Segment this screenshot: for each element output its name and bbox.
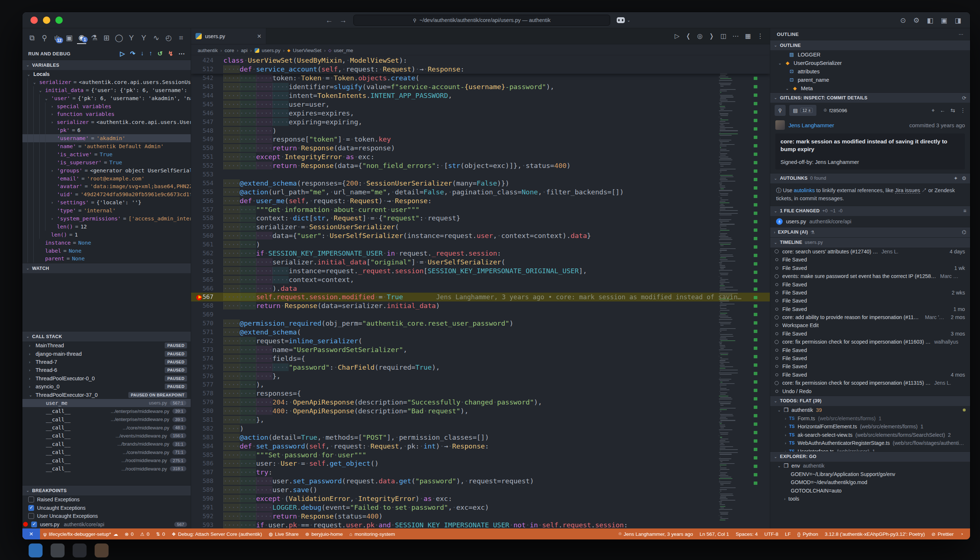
refresh-icon[interactable]: ⟳ <box>962 95 967 101</box>
eol-item[interactable]: LF <box>782 528 794 540</box>
commit-search-chip[interactable]: ⚲ <box>775 105 786 116</box>
code-area[interactable]: 542············token:·Token·=·Token.obje… <box>191 74 770 528</box>
code-line[interactable]: 573············name="UserPasswordSetSeri… <box>191 345 770 354</box>
call-stack-frame[interactable]: __call__.../core/middleware.py71:1 <box>22 448 191 456</box>
breadcrumb-item[interactable]: core <box>225 48 234 53</box>
editor-layout-icon[interactable]: ▦ <box>745 32 751 40</box>
outline-item[interactable]: ⊡parent_name <box>770 75 970 84</box>
variable-row[interactable]: 'is_superuser'=True <box>22 158 191 167</box>
breadcrumb-item[interactable]: user_me <box>334 48 353 53</box>
zoom-window-button[interactable] <box>55 17 63 24</box>
variable-row[interactable]: len()=1 <box>22 231 191 239</box>
call-stack-frame[interactable]: __call__.../core/middleware.py48:1 <box>22 423 191 432</box>
disconnect-icon[interactable]: ↯ <box>168 50 173 58</box>
pin-icon[interactable]: ⌖ <box>932 107 935 114</box>
run-and-debug-icon[interactable]: ◉1 <box>77 32 86 44</box>
variable-row[interactable]: ⌄serializer=<authentik.core.api.users.Se… <box>22 78 191 86</box>
variable-row[interactable]: ›special variables <box>22 102 191 110</box>
jira-issues-link[interactable]: Jira issues <box>895 187 920 193</box>
outline-item[interactable]: ⌄◆UserGroupSerializer <box>770 59 970 67</box>
code-line[interactable]: 580············400:·OpenApiResponse(desc… <box>191 407 770 415</box>
breakpoint-checkbox[interactable] <box>31 522 37 527</box>
nav-forward-icon[interactable]: → <box>340 16 347 25</box>
code-line[interactable]: 569 <box>191 310 770 319</box>
notifications-bell-icon[interactable]: ◔ <box>957 528 967 540</box>
call-stack-thread[interactable]: ⌄ThreadPoolExecutor-37_0PAUSED ON BREAKP… <box>22 390 191 398</box>
variable-row[interactable]: ›serializer=<authentik.core.api.users.Us… <box>22 118 191 126</box>
code-line[interactable]: 565················context=context, <box>191 275 770 284</box>
explorer-icon[interactable]: ⧉ <box>28 32 37 44</box>
run-python-file-icon[interactable]: ▷ <box>675 32 679 40</box>
variable-row[interactable]: 'pk'=6 <box>22 126 191 134</box>
code-line[interactable]: 557········"""Get·information·about·curr… <box>191 205 770 214</box>
code-line[interactable]: 586········user:·User·=·self.get_object(… <box>191 459 770 468</box>
call-stack-thread[interactable]: ›MainThreadPAUSED <box>22 342 191 350</box>
breakpoint-row[interactable]: User Uncaught Exceptions <box>22 512 191 520</box>
ports-item[interactable]: ⇅0 <box>153 528 168 540</box>
view-as-tree-icon[interactable]: ≡ <box>963 208 967 214</box>
timeline-section-header[interactable]: ⌄ TIMELINE users.py <box>770 237 970 248</box>
code-line[interactable]: 561········) <box>191 240 770 249</box>
todos-file-row[interactable]: ›TSForm.ts(web/src/elements/forms)1 <box>770 414 970 422</box>
live-share-icon[interactable]: ∿ <box>152 32 161 44</box>
code-line[interactable]: 563············serializer.initial_data["… <box>191 257 770 266</box>
variable-row[interactable]: 'username'='akadmin' <box>22 134 191 142</box>
encoding-item[interactable]: UTF-8 <box>761 528 782 540</box>
code-line[interactable]: 553 <box>191 170 770 179</box>
github-icon[interactable]: ◯ <box>115 32 123 44</box>
variable-row[interactable]: 'avatar'='data:image/svg+xml;base64,PHN2… <box>22 182 191 190</box>
branch-status-item[interactable]: ψlifecycle/fix-debugger-setup*☁ <box>40 528 122 540</box>
timeline-icon[interactable]: ◴ <box>164 32 173 44</box>
call-stack-frame[interactable]: __call__.../root/middleware.py318:1 <box>22 465 191 473</box>
breakpoint-row[interactable]: users.pyauthentik/core/api567 <box>22 520 191 529</box>
code-line[interactable]: 544················intent=TokenIntents.I… <box>191 91 770 100</box>
timeline-item[interactable]: File Saved4 mos <box>770 371 970 379</box>
breadcrumb-item[interactable]: users.py <box>262 48 280 53</box>
todos-file-row[interactable]: ›TSHorizontalFormElement.ts(web/src/elem… <box>770 422 970 431</box>
code-line[interactable]: 589············user.save() <box>191 485 770 494</box>
variable-row[interactable]: 'uid'='49d24724dfa590a20fb5961e9c6673cd1… <box>22 190 191 198</box>
variable-row[interactable]: 'is_active'=True <box>22 150 191 158</box>
nav-back-icon[interactable]: ← <box>326 16 333 25</box>
dock-app-icon[interactable] <box>73 543 87 557</box>
code-line[interactable]: 579············204:·OpenApiResponse(desc… <box>191 398 770 407</box>
gear-icon[interactable]: ⚙ <box>962 175 967 181</box>
debug-status-item[interactable]: ❖Debug: Attach Server Core (authentik) <box>168 528 265 540</box>
timeline-item[interactable]: File Saved <box>770 256 970 264</box>
go-env-row[interactable]: GOENV=~/Library/Application Support/go/e… <box>770 470 970 478</box>
todos-file-row[interactable]: ›TSak-search-select-view.ts(web/src/elem… <box>770 430 970 439</box>
remote-indicator[interactable]: ✕ <box>22 528 40 540</box>
outline-item[interactable]: ▤LOGGER <box>770 50 970 59</box>
gutter-blame-icon[interactable]: ◎ <box>697 32 703 40</box>
code-line[interactable]: 556····def·user_me(self,·request:·Reques… <box>191 196 770 205</box>
breadcrumb-item[interactable]: UserViewSet <box>293 48 322 53</box>
go-env-row[interactable]: GOMOD=~/dev/authentik/go.mod <box>770 478 970 487</box>
variable-row[interactable]: 'email'='root@example.com' <box>22 175 191 183</box>
code-line[interactable]: 549············response["token"]·=·token… <box>191 135 770 144</box>
changed-file-row[interactable]: ± users.py authentik/core/api <box>770 216 970 227</box>
variable-row[interactable]: len()=12 <box>22 223 191 231</box>
todos-file-row[interactable]: ›TSWebAuthnAuthenticatorRegisterStage.ts… <box>770 439 970 447</box>
variables-section-header[interactable]: ⌄ VARIABLES <box>22 60 191 70</box>
timeline-item[interactable]: events: make sure password set event has… <box>770 272 970 280</box>
call-stack-frame[interactable]: __call__.../enterprise/middleware.py39:1 <box>22 407 191 415</box>
code-line[interactable]: 424class·UserViewSet(UsedByMixin,·ModelV… <box>191 56 770 65</box>
continue-icon[interactable]: ▷ <box>120 50 125 58</box>
files-changed-chip[interactable]: ▤ 12 ± <box>789 105 817 116</box>
variable-row[interactable]: ⌄Locals <box>22 70 191 78</box>
more-actions-icon[interactable]: ⋯ <box>959 32 963 37</box>
account-icon[interactable]: ⊙ <box>900 16 906 25</box>
code-line[interactable]: 588············user.set_password(request… <box>191 477 770 485</box>
timeline-item[interactable]: Undo / Redo <box>770 387 970 395</box>
code-line[interactable]: 582····) <box>191 424 770 433</box>
split-editor-icon[interactable]: ◫ <box>720 32 726 40</box>
code-line[interactable]: 590········except·(ValidationError,·Inte… <box>191 494 770 503</box>
previous-change-icon[interactable]: ❬ <box>686 32 691 40</box>
outline-item[interactable]: ⊡attributes <box>770 67 970 75</box>
todos-root-row[interactable]: ⌄❒authentik39 <box>770 406 970 414</box>
timeline-item[interactable]: File Saved3 mos <box>770 330 970 338</box>
variable-row[interactable]: label=None <box>22 247 191 255</box>
minimap[interactable] <box>718 74 752 528</box>
code-line[interactable]: 574············fields={ <box>191 354 770 363</box>
more-icon[interactable]: ⋯ <box>178 50 185 58</box>
